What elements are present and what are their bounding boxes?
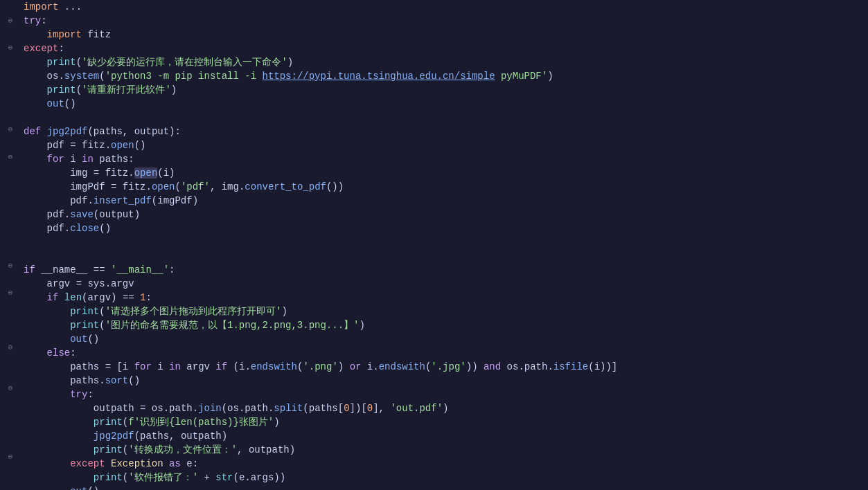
fold-try2[interactable]: ⊖ (6, 381, 15, 395)
line-out-2: out() (21, 332, 868, 346)
line-for-content: for i in paths: (21, 152, 868, 166)
line-print-missing-content: print('缺少必要的运行库，请在控制台输入一下命令') (21, 55, 868, 69)
line-def: def jpg2pdf(paths, output): (21, 125, 868, 138)
line-print-missing: print('缺少必要的运行库，请在控制台输入一下命令') (21, 55, 868, 69)
gutter-7 (6, 82, 15, 96)
line-argv-content: argv = sys.argv (21, 277, 868, 291)
line-print-error-content: print('软件报错了：' + str(e.args)) (21, 471, 868, 484)
line-os-system: os.system('python3 -m pip install -i htt… (21, 69, 868, 83)
line-pdf-close: pdf.close() (21, 221, 868, 235)
line-print-error: print('软件报错了：' + str(e.args)) (21, 471, 868, 484)
line-for: for i in paths: (21, 152, 868, 166)
line-print-success-content: print('转换成功，文件位置：', outpath) (21, 443, 868, 457)
fold-except[interactable]: ⊖ (6, 41, 15, 55)
fold-for[interactable]: ⊖ (6, 149, 15, 163)
line-img-open-content: img = fitz.open(i) (21, 166, 868, 180)
gutter-8 (6, 96, 15, 109)
gutter-blank3 (6, 245, 15, 259)
line-blank-3 (21, 249, 868, 263)
line-outpath: outpath = os.path.join(os.path.split(pat… (21, 401, 868, 415)
line-print-len: print(f'识别到{len(paths)}张图片') (21, 415, 868, 429)
fold-try[interactable]: ⊖ (6, 14, 15, 28)
gutter-blank1 (6, 109, 15, 122)
line-blank-2 (21, 235, 868, 249)
line-out-3-content: out() (21, 484, 868, 490)
line-jpg2pdf-call: jpg2pdf(paths, outpath) (21, 429, 868, 443)
line-1-content: import ... (21, 0, 868, 14)
line-print-reopen: print('请重新打开此软件') (21, 83, 868, 97)
line-out-1-content: out() (21, 97, 868, 111)
gutter-32 (6, 422, 15, 436)
line-1: import ... (21, 0, 868, 14)
gutter-25 (6, 327, 15, 341)
gutter-1 (6, 0, 15, 14)
gutter-24 (6, 313, 15, 327)
line-pdf-save: pdf.save(output) (21, 208, 868, 221)
line-outpath-content: outpath = os.path.join(os.path.split(pat… (21, 401, 868, 415)
line-imgpdf-content: imgPdf = fitz.open('pdf', img.convert_to… (21, 180, 868, 194)
code-editor: ⊖ ⊖ ⊖ ⊖ ⊖ ⊖ ⊖ ⊖ ⊖ (0, 0, 868, 490)
line-ifmain: if __name__ == '__main__': (21, 263, 868, 277)
code-gutter: ⊖ ⊖ ⊖ ⊖ ⊖ ⊖ ⊖ ⊖ ⊖ (0, 0, 21, 490)
line-pdf-insert: pdf.insert_pdf(imgPdf) (21, 194, 868, 208)
line-paths-sort: paths.sort() (21, 374, 868, 388)
line-out-2-content: out() (21, 332, 868, 346)
line-try: try: (21, 14, 868, 28)
fold-iflen[interactable]: ⊖ (6, 286, 15, 300)
gutter-15 (6, 190, 15, 204)
line-paths: paths = [i for i in argv if (i.endswith(… (21, 360, 868, 374)
line-out-1: out() (21, 97, 868, 111)
line-print-naming-content: print('图片的命名需要规范，以【1.png,2.png,3.png...】… (21, 318, 868, 332)
gutter-33 (6, 436, 15, 450)
gutter-11 (6, 136, 15, 150)
line-else: else: (21, 346, 868, 360)
line-jpg2pdf-call-content: jpg2pdf(paths, outpath) (21, 429, 868, 443)
line-pdf-insert-content: pdf.insert_pdf(imgPdf) (21, 194, 868, 208)
gutter-21 (6, 272, 15, 286)
gutter-23 (6, 300, 15, 314)
line-except: except: (21, 42, 868, 55)
line-blank-1-content (21, 111, 868, 125)
fold-else[interactable]: ⊖ (6, 341, 15, 354)
gutter-36 (6, 477, 15, 490)
line-imgpdf: imgPdf = fitz.open('pdf', img.convert_to… (21, 180, 868, 194)
line-print-success: print('转换成功，文件位置：', outpath) (21, 443, 868, 457)
gutter-6 (6, 68, 15, 82)
line-try2: try: (21, 388, 868, 401)
line-iflen-content: if len(argv) == 1: (21, 291, 868, 305)
line-try2-content: try: (21, 388, 868, 401)
gutter-3 (6, 27, 15, 41)
line-ifmain-content: if __name__ == '__main__': (21, 263, 868, 277)
gutter-27 (6, 354, 15, 368)
line-print-select: print('请选择多个图片拖动到此程序打开即可') (21, 305, 868, 318)
gutter-16 (6, 204, 15, 218)
line-try-content: try: (21, 14, 868, 28)
line-paths-sort-content: paths.sort() (21, 374, 868, 388)
gutter-blank2 (6, 231, 15, 245)
gutter-13 (6, 163, 15, 177)
line-print-len-content: print(f'识别到{len(paths)}张图片') (21, 415, 868, 429)
line-img-open: img = fitz.open(i) (21, 166, 868, 180)
line-pdf-open: pdf = fitz.open() (21, 138, 868, 152)
line-except2-content: except Exception as e: (21, 457, 868, 471)
code-content: import ... try: import fitz except: prin… (21, 0, 868, 490)
line-print-select-content: print('请选择多个图片拖动到此程序打开即可') (21, 305, 868, 318)
fold-def[interactable]: ⊖ (6, 122, 15, 136)
line-except-content: except: (21, 42, 868, 55)
line-else-content: else: (21, 346, 868, 360)
fold-ifmain[interactable]: ⊖ (6, 259, 15, 273)
line-blank-3-content (21, 249, 868, 263)
line-import-fitz-content: import fitz (21, 28, 868, 42)
line-import-fitz: import fitz (21, 28, 868, 42)
fold-except2[interactable]: ⊖ (6, 449, 15, 463)
line-print-reopen-content: print('请重新打开此软件') (21, 83, 868, 97)
gutter-17 (6, 218, 15, 232)
line-paths-content: paths = [i for i in argv if (i.endswith(… (21, 360, 868, 374)
line-blank-2-content (21, 235, 868, 249)
line-blank-1 (21, 111, 868, 125)
line-print-naming: print('图片的命名需要规范，以【1.png,2.png,3.png...】… (21, 318, 868, 332)
line-pdf-open-content: pdf = fitz.open() (21, 138, 868, 152)
line-def-content: def jpg2pdf(paths, output): (21, 125, 868, 138)
line-iflen: if len(argv) == 1: (21, 291, 868, 305)
line-argv: argv = sys.argv (21, 277, 868, 291)
